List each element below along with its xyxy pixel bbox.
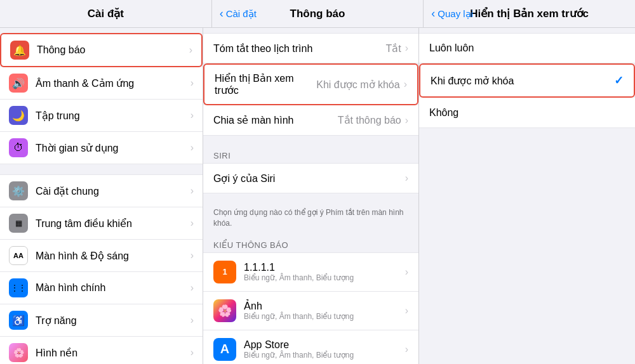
app-1111-icon: 1 <box>213 261 236 283</box>
app-anh-chevron-icon <box>405 305 408 316</box>
app-anh-info: Ảnh Biểu ngữ, Âm thanh, Biểu tượng <box>244 300 405 321</box>
hien-thi-label: Hiển thị Bản xem trước <box>215 72 316 96</box>
trung-tam-chevron-icon <box>190 218 194 229</box>
mid-column-title: Thông báo <box>290 8 345 20</box>
khong-label: Không <box>429 107 625 119</box>
sidebar-item-trung-tam[interactable]: ▦ Trung tâm điều khiển <box>0 207 203 240</box>
mid-header-section: ‹ Cài đặt Thông báo <box>212 0 424 27</box>
mid-back-chevron-icon: ‹ <box>220 7 224 20</box>
right-column: Luôn luôn Khi được mở khóa ✓ Không <box>419 28 635 364</box>
am-thanh-icon: 🔊 <box>9 74 28 93</box>
mid-group-apps: 1 1.1.1.1 Biểu ngữ, Âm thanh, Biểu tượng… <box>203 252 418 364</box>
mid-item-hien-thi[interactable]: Hiển thị Bản xem trước Khi được mở khóa <box>203 63 418 105</box>
tap-trung-chevron-icon <box>190 110 194 121</box>
app-row-1111[interactable]: 1 1.1.1.1 Biểu ngữ, Âm thanh, Biểu tượng <box>203 252 418 292</box>
settings-group-1: 🔔 Thông báo 🔊 Âm thanh & Cảm ứng 🌙 Tập t… <box>0 33 203 164</box>
thong-bao-label: Thông báo <box>37 44 189 56</box>
hien-thi-chevron-icon <box>404 79 407 90</box>
siri-section-header: SIRI <box>203 146 418 163</box>
checkmark-icon: ✓ <box>614 74 624 88</box>
tro-nang-icon: ♿ <box>9 311 28 330</box>
tom-tat-value: Tắt <box>385 42 401 55</box>
chia-se-label: Chia sẻ màn hình <box>213 114 338 126</box>
sidebar-item-man-hinh-chinh[interactable]: ⋮⋮ Màn hình chính <box>0 272 203 304</box>
sidebar-item-cai-dat-chung[interactable]: ⚙️ Cài đặt chung <box>0 174 203 207</box>
right-nav-back[interactable]: ‹ Quay lại <box>431 7 473 20</box>
am-thanh-chevron-icon <box>190 77 194 89</box>
chia-se-value: Tắt thông báo <box>338 114 401 126</box>
tom-tat-label: Tóm tắt theo lịch trình <box>213 42 385 55</box>
sidebar-item-man-hinh-do-sang[interactable]: AA Màn hình & Độ sáng <box>0 240 203 272</box>
sidebar-item-thong-bao[interactable]: 🔔 Thông báo <box>0 33 203 67</box>
app-row-anh[interactable]: 🌸 Ảnh Biểu ngữ, Âm thanh, Biểu tượng <box>203 292 418 330</box>
hinh-nen-icon: 🌸 <box>9 343 28 362</box>
tro-nang-label: Trợ năng <box>36 315 190 327</box>
chia-se-chevron-icon <box>405 115 408 126</box>
app-1111-name: 1.1.1.1 <box>244 262 405 273</box>
app-1111-sub: Biểu ngữ, Âm thanh, Biểu tượng <box>244 273 405 282</box>
sidebar-item-hinh-nen[interactable]: 🌸 Hình nền <box>0 337 203 364</box>
siri-section-header-container: SIRI <box>203 146 418 163</box>
tro-nang-chevron-icon <box>190 315 194 326</box>
thoi-gian-label: Thời gian sử dụng <box>36 142 190 154</box>
khi-duoc-mo-khoa-label: Khi được mở khóa <box>431 75 614 87</box>
left-header-section: Cài đặt <box>0 0 212 27</box>
trung-tam-label: Trung tâm điều khiển <box>36 218 190 230</box>
kieu-section-header: KIỂU THÔNG BÁO <box>203 235 418 252</box>
mid-item-siri-goi-y[interactable]: Gợi ý của Siri <box>203 163 418 193</box>
hinh-nen-label: Hình nền <box>36 347 190 359</box>
tap-trung-icon: 🌙 <box>9 106 28 125</box>
left-column: 🔔 Thông báo 🔊 Âm thanh & Cảm ứng 🌙 Tập t… <box>0 28 203 364</box>
man-hinh-chinh-label: Màn hình chính <box>36 282 190 294</box>
mid-item-tom-tat[interactable]: Tóm tắt theo lịch trình Tắt <box>203 33 418 63</box>
thong-bao-icon: 🔔 <box>10 41 29 60</box>
app-anh-icon: 🌸 <box>213 299 236 322</box>
app-anh-name: Ảnh <box>244 300 405 312</box>
top-bar: Cài đặt ‹ Cài đặt Thông báo ‹ Quay lại H… <box>0 0 635 28</box>
trung-tam-icon: ▦ <box>9 214 28 233</box>
right-group-options: Luôn luôn Khi được mở khóa ✓ Không <box>419 33 635 128</box>
sidebar-item-thoi-gian[interactable]: ⏱ Thời gian sử dụng <box>0 132 203 164</box>
app-appstore-chevron-icon <box>405 344 408 355</box>
man-hinh-chinh-chevron-icon <box>190 282 194 294</box>
thong-bao-chevron-icon <box>189 44 192 56</box>
siri-description: Chọn ứng dụng nào có thể gợi ý Phím tắt … <box>203 204 418 235</box>
siri-goi-y-chevron-icon <box>405 172 408 184</box>
cai-dat-chung-icon: ⚙️ <box>9 181 28 200</box>
mid-column: Tóm tắt theo lịch trình Tắt Hiển thị Bản… <box>203 28 419 364</box>
right-back-label: Quay lại <box>438 8 473 20</box>
app-anh-sub: Biểu ngữ, Âm thanh, Biểu tượng <box>244 312 405 321</box>
settings-group-2: ⚙️ Cài đặt chung ▦ Trung tâm điều khiển … <box>0 174 203 364</box>
right-item-khi-duoc-mo-khoa[interactable]: Khi được mở khóa ✓ <box>419 63 635 98</box>
app-appstore-info: App Store Biểu ngữ, Âm thanh, Biểu tượng <box>244 339 405 360</box>
hien-thi-value: Khi được mở khóa <box>316 79 399 91</box>
mid-group-top: Tóm tắt theo lịch trình Tắt Hiển thị Bản… <box>203 33 418 136</box>
am-thanh-label: Âm thanh & Cảm ứng <box>36 77 190 89</box>
kieu-section-header-container: KIỂU THÔNG BÁO <box>203 235 418 252</box>
man-hinh-chinh-icon: ⋮⋮ <box>9 278 28 297</box>
content-columns: 🔔 Thông báo 🔊 Âm thanh & Cảm ứng 🌙 Tập t… <box>0 28 635 364</box>
man-hinh-do-sang-icon: AA <box>9 246 28 265</box>
tap-trung-label: Tập trung <box>36 110 190 122</box>
sidebar-item-tap-trung[interactable]: 🌙 Tập trung <box>0 100 203 132</box>
left-column-title: Cài đặt <box>88 7 124 20</box>
app-row-appstore[interactable]: A App Store Biểu ngữ, Âm thanh, Biểu tượ… <box>203 330 418 364</box>
right-item-khong[interactable]: Không <box>419 98 635 128</box>
app-appstore-icon: A <box>213 338 236 361</box>
thoi-gian-icon: ⏱ <box>9 138 28 157</box>
mid-nav-back[interactable]: ‹ Cài đặt <box>220 7 257 20</box>
sidebar-item-am-thanh[interactable]: 🔊 Âm thanh & Cảm ứng <box>0 67 203 100</box>
cai-dat-chung-label: Cài đặt chung <box>36 185 190 197</box>
app-appstore-name: App Store <box>244 339 405 351</box>
sidebar-item-tro-nang[interactable]: ♿ Trợ năng <box>0 304 203 337</box>
mid-group-siri: Gợi ý của Siri <box>203 163 418 193</box>
man-hinh-do-sang-label: Màn hình & Độ sáng <box>36 250 190 262</box>
mid-item-chia-se[interactable]: Chia sẻ màn hình Tắt thông báo <box>203 105 418 136</box>
app-1111-chevron-icon <box>405 266 408 278</box>
app-appstore-sub: Biểu ngữ, Âm thanh, Biểu tượng <box>244 351 405 360</box>
mid-back-label: Cài đặt <box>226 8 257 20</box>
right-item-luon-luon[interactable]: Luôn luôn <box>419 33 635 63</box>
right-back-chevron-icon: ‹ <box>431 7 435 20</box>
right-column-title: Hiển thị Bản xem trước <box>470 7 589 20</box>
luon-luon-label: Luôn luôn <box>429 42 625 54</box>
